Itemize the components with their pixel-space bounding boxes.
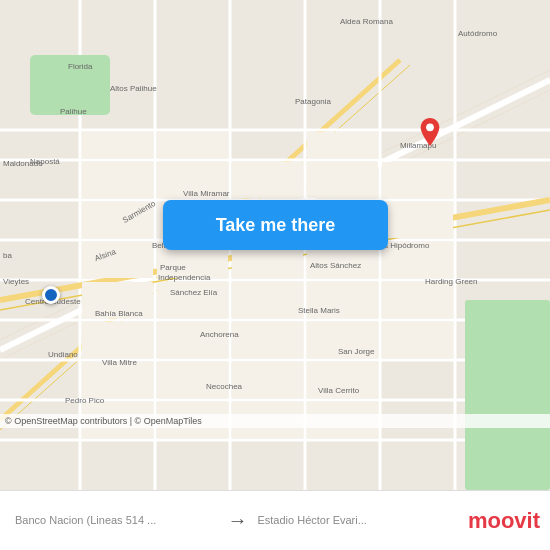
svg-text:Parque: Parque	[160, 263, 186, 272]
svg-text:Independencia: Independencia	[158, 273, 211, 282]
svg-text:Florida: Florida	[68, 62, 93, 71]
svg-text:Sánchez Elía: Sánchez Elía	[170, 288, 218, 297]
svg-text:Altos Palihue: Altos Palihue	[110, 84, 157, 93]
svg-text:Vieytes: Vieytes	[3, 277, 29, 286]
svg-point-96	[426, 123, 434, 131]
destination-pin	[420, 118, 440, 146]
svg-rect-56	[82, 362, 153, 398]
from-stop-label: Banco Nacion (Lineas 514 ...	[15, 514, 156, 527]
moovit-logo: moovit	[460, 508, 540, 534]
svg-rect-33	[232, 162, 303, 198]
svg-text:Maldonado: Maldonado	[3, 159, 43, 168]
svg-rect-28	[82, 132, 153, 158]
svg-text:Pedro Pico: Pedro Pico	[65, 396, 105, 405]
svg-rect-53	[232, 322, 303, 358]
svg-rect-27	[465, 300, 550, 490]
direction-arrow: →	[217, 509, 257, 532]
map-container: Aldea Romana Autódromo Florida Patagonia…	[0, 0, 550, 490]
from-section: Banco Nacion (Lineas 514 ...	[10, 514, 217, 527]
svg-text:Altos Sánchez: Altos Sánchez	[310, 261, 361, 270]
svg-rect-52	[157, 322, 228, 358]
bottom-navigation-bar: Banco Nacion (Lineas 514 ... → Estadio H…	[0, 490, 550, 550]
svg-text:Undiano: Undiano	[48, 350, 78, 359]
svg-text:Autódromo: Autódromo	[458, 29, 498, 38]
svg-text:ba: ba	[3, 251, 12, 260]
svg-rect-40	[382, 202, 453, 238]
svg-rect-36	[382, 162, 453, 198]
svg-text:Harding Green: Harding Green	[425, 277, 477, 286]
svg-rect-55	[382, 322, 453, 358]
svg-rect-58	[232, 362, 303, 398]
svg-text:Bahía Blanca: Bahía Blanca	[95, 309, 143, 318]
moovit-brand-icon: moovit	[468, 508, 540, 534]
to-stop-label: Estadio Héctor Evari...	[257, 514, 366, 527]
svg-text:Villa Mitre: Villa Mitre	[102, 358, 138, 367]
svg-text:Villa Cerrito: Villa Cerrito	[318, 386, 360, 395]
to-section: Estadio Héctor Evari...	[257, 514, 459, 527]
svg-rect-48	[232, 282, 303, 318]
svg-rect-50	[382, 282, 453, 318]
svg-text:Anchorena: Anchorena	[200, 330, 239, 339]
svg-rect-57	[157, 362, 228, 398]
svg-rect-34	[307, 132, 378, 158]
svg-rect-31	[157, 132, 228, 158]
svg-rect-29	[82, 162, 153, 198]
svg-text:San Jorge: San Jorge	[338, 347, 375, 356]
svg-rect-51	[82, 322, 153, 358]
svg-rect-35	[307, 162, 378, 198]
svg-text:Palihue: Palihue	[60, 107, 87, 116]
svg-rect-41	[82, 242, 153, 278]
map-attribution: © OpenStreetMap contributors | © OpenMap…	[0, 414, 550, 428]
svg-text:Aldea Romana: Aldea Romana	[340, 17, 393, 26]
svg-text:Stella Maris: Stella Maris	[298, 306, 340, 315]
take-me-there-button[interactable]: Take me there	[163, 200, 388, 250]
svg-text:Necochea: Necochea	[206, 382, 243, 391]
origin-pin	[42, 286, 60, 304]
svg-text:Patagonia: Patagonia	[295, 97, 332, 106]
svg-text:Villa Miramar: Villa Miramar	[183, 189, 230, 198]
